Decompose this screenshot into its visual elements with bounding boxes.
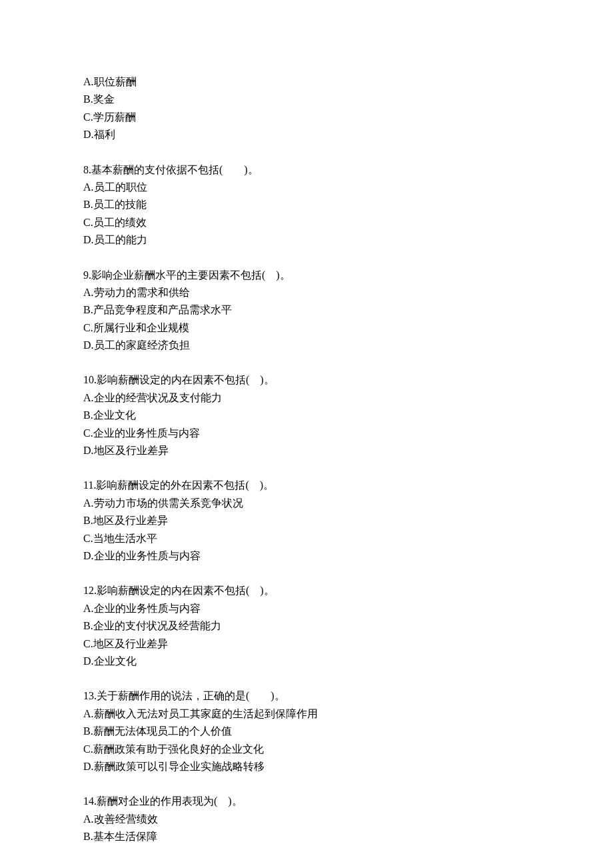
option-text: 企业的支付状况及经营能力 [93,620,221,631]
option-text: 薪酬收入无法对员工其家庭的生活起到保障作用 [94,708,318,719]
question-stem: 9.影响企业薪酬水平的主要因素不包括( )。 [83,267,533,284]
question-block: 10.影响薪酬设定的内在因素不包括( )。 A.企业的经营状况及支付能力 B.企… [83,371,533,459]
option-label: C. [83,533,93,544]
option-text: 地区及行业差异 [93,515,168,526]
option-line: D.企业文化 [83,653,533,670]
question-number: 11. [83,479,96,491]
option-line: B.基本生活保障 [83,828,533,845]
option-text: 职位薪酬 [94,76,137,87]
option-label: A. [83,392,94,403]
option-line: D.福利 [83,126,533,143]
option-label: B. [83,831,93,842]
question-block: 8.基本薪酬的支付依据不包括( )。 A.员工的职位 B.员工的技能 C.员工的… [83,161,533,249]
question-block: 13.关于薪酬作用的说法，正确的是( )。 A.薪酬收入无法对员工其家庭的生活起… [83,687,533,775]
question-number: 13. [83,690,97,701]
option-line: B.员工的技能 [83,196,533,213]
question-number: 12. [83,585,97,596]
option-label: A. [83,603,94,614]
option-text: 薪酬政策有助于强化良好的企业文化 [93,743,264,755]
question-text: 薪酬对企业的作用表现为( )。 [97,795,243,807]
option-text: 改善经营绩效 [94,813,158,825]
option-text: 薪酬政策可以引导企业实施战略转移 [94,761,265,772]
option-label: D. [83,550,94,561]
option-line: C.学历薪酬 [83,109,533,126]
option-label: A. [83,287,94,298]
option-label: B. [83,304,93,315]
question-number: 14. [83,795,97,807]
option-label: B. [83,515,93,526]
option-label: D. [83,761,94,772]
option-text: 企业的经营状况及支付能力 [94,392,222,403]
option-line: C.员工的绩效 [83,214,533,231]
question-stem: 13.关于薪酬作用的说法，正确的是( )。 [83,687,533,705]
option-line: A.改善经营绩效 [83,811,533,828]
option-text: 地区及行业差异 [93,638,168,649]
option-line: B.薪酬无法体现员工的个人价值 [83,723,533,740]
option-text: 企业的业务性质与内容 [94,603,201,614]
option-line: C.当地生活水平 [83,530,533,547]
question-stem: 8.基本薪酬的支付依据不包括( )。 [83,161,533,179]
question-stem: 10.影响薪酬设定的内在因素不包括( )。 [83,371,533,389]
question-text: 基本薪酬的支付依据不包括( )。 [91,164,259,175]
option-label: B. [83,93,93,105]
option-label: B. [83,409,93,421]
document-page: A.职位薪酬 B.奖金 C.学历薪酬 D.福利 8.基本薪酬的支付依据不包括( … [0,0,613,868]
option-label: D. [83,234,94,245]
option-label: C. [83,217,93,228]
option-text: 员工的能力 [94,234,147,245]
question-stem: 12.影响薪酬设定的内在因素不包括( )。 [83,582,533,599]
option-text: 福利 [94,129,115,140]
option-line: D.员工的能力 [83,231,533,249]
question-block-partial: A.职位薪酬 B.奖金 C.学历薪酬 D.福利 [83,73,533,144]
option-text: 薪酬无法体现员工的个人价值 [93,725,232,737]
option-text: 当地生活水平 [93,533,157,544]
option-text: 产品竞争程度和产品需求水平 [93,304,232,315]
option-label: D. [83,445,94,456]
option-text: 员工的家庭经济负担 [94,339,190,351]
option-text: 地区及行业差异 [94,445,169,456]
option-label: A. [83,76,94,87]
option-text: 企业的业务性质与内容 [93,427,200,439]
option-line: D.薪酬政策可以引导企业实施战略转移 [83,758,533,775]
option-label: A. [83,708,94,719]
option-line: D.地区及行业差异 [83,442,533,459]
option-label: C. [83,111,93,123]
option-line: D.员工的家庭经济负担 [83,337,533,354]
option-text: 员工的职位 [94,181,147,193]
option-label: A. [83,181,94,193]
question-text: 影响企业薪酬水平的主要因素不包括( )。 [91,269,291,281]
option-line: B.奖金 [83,91,533,108]
option-line: A.薪酬收入无法对员工其家庭的生活起到保障作用 [83,705,533,723]
option-line: D.企业的业务性质与内容 [83,547,533,565]
option-label: C. [83,427,93,439]
option-label: C. [83,322,93,333]
option-text: 劳动力市场的供需关系竞争状况 [94,497,243,509]
option-text: 学历薪酬 [93,111,136,123]
option-line: A.劳动力的需求和供给 [83,284,533,301]
option-text: 员工的绩效 [93,217,147,228]
option-line: A.企业的经营状况及支付能力 [83,389,533,407]
option-line: A.企业的业务性质与内容 [83,600,533,617]
option-label: A. [83,497,94,509]
question-number: 9. [83,269,91,281]
option-text: 所属行业和企业规模 [93,322,189,333]
option-line: A.员工的职位 [83,179,533,196]
question-stem: 14.薪酬对企业的作用表现为( )。 [83,793,533,810]
option-text: 奖金 [93,93,115,105]
question-block: 9.影响企业薪酬水平的主要因素不包括( )。 A.劳动力的需求和供给 B.产品竞… [83,267,533,355]
option-text: 企业的业务性质与内容 [94,550,201,561]
question-number: 10. [83,374,97,385]
option-line: A.劳动力市场的供需关系竞争状况 [83,495,533,512]
option-label: B. [83,199,93,210]
question-block: 14.薪酬对企业的作用表现为( )。 A.改善经营绩效 B.基本生活保障 [83,793,533,845]
question-text: 影响薪酬设定的外在因素不包括( )。 [96,479,274,491]
option-label: C. [83,638,93,649]
question-block: 11.影响薪酬设定的外在因素不包括( )。 A.劳动力市场的供需关系竞争状况 B… [83,477,533,565]
option-label: D. [83,655,94,667]
option-line: C.薪酬政策有助于强化良好的企业文化 [83,741,533,758]
question-text: 影响薪酬设定的内在因素不包括( )。 [97,585,275,596]
option-text: 员工的技能 [93,199,147,210]
option-label: D. [83,339,94,351]
option-line: C.企业的业务性质与内容 [83,425,533,442]
question-stem: 11.影响薪酬设定的外在因素不包括( )。 [83,477,533,494]
